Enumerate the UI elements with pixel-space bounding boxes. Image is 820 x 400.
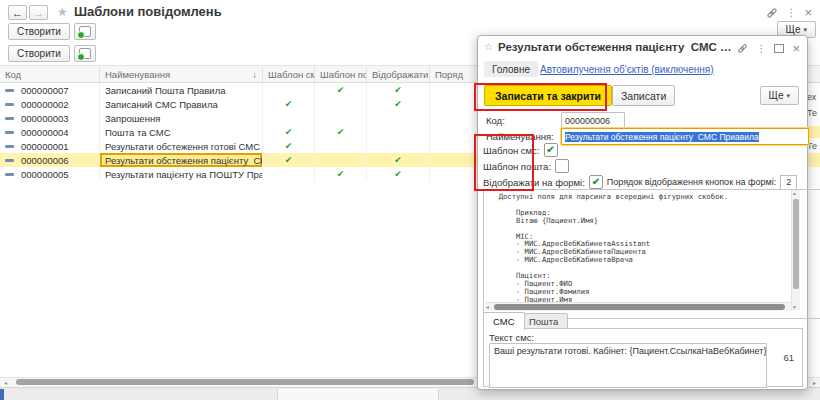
maximize-icon[interactable] xyxy=(774,44,784,53)
selected-text: Результати обстеження пацієнту СМС Приав… xyxy=(565,132,759,142)
check-icon: ✔ xyxy=(263,139,315,153)
create-button-2[interactable]: Створити xyxy=(8,45,70,62)
window-menu-icon[interactable]: ⋮ xyxy=(786,8,796,18)
dialog-controls: ⋮ × xyxy=(737,42,800,55)
chevron-down-icon: ▾ xyxy=(786,92,790,100)
sms-template-label: Шаблон смс: xyxy=(483,145,540,156)
check-icon: ✔ xyxy=(263,125,315,139)
item-icon xyxy=(5,89,14,92)
check-icon: ✔ xyxy=(315,125,367,139)
char-count: 61 xyxy=(783,352,794,363)
name-field[interactable]: Результати обстеження пацієнту СМС Приав… xyxy=(561,128,809,145)
toolbar-row-1: Створити xyxy=(8,23,96,40)
name-label: Найменування: xyxy=(486,131,554,142)
code-field[interactable]: 000000006 xyxy=(561,112,625,129)
button-order-field[interactable]: 2 xyxy=(780,175,797,190)
check-icon: ✔ xyxy=(367,97,430,111)
col-header-name[interactable]: Найменування↓ xyxy=(100,66,263,82)
col-header-sms[interactable]: Шаблон смс xyxy=(263,66,315,82)
scroll-right-icon[interactable]: ▸ xyxy=(813,379,816,386)
show-on-form-row: Відображати на формі: ✔ Порядок відображ… xyxy=(483,175,803,189)
scroll-up-icon[interactable]: ▴ xyxy=(793,190,796,196)
create-group-icon xyxy=(79,26,91,37)
sms-template-row: Шаблон смс: ✔ xyxy=(483,143,558,157)
check-icon: ✔ xyxy=(315,83,367,97)
toolbar-row-2: Створити xyxy=(8,45,96,62)
create-group-icon xyxy=(79,48,91,59)
check-icon: ✔ xyxy=(367,167,430,181)
create-group-button[interactable] xyxy=(74,23,96,40)
status-segment xyxy=(277,389,439,400)
check-icon xyxy=(263,83,315,97)
item-icon xyxy=(5,145,14,148)
link-icon[interactable] xyxy=(766,7,778,19)
scrollbar-thumb[interactable] xyxy=(494,304,785,310)
link-icon[interactable] xyxy=(737,43,748,54)
col-header-code[interactable]: Код xyxy=(0,66,100,82)
tab-main[interactable]: Головне xyxy=(484,61,538,77)
button-order-label: Порядок відображення кнопок на формі: xyxy=(607,177,776,187)
dialog-star-icon[interactable]: ☆ xyxy=(484,41,493,52)
favorite-star-icon[interactable]: ★ xyxy=(57,5,68,19)
sort-desc-icon: ↓ xyxy=(252,69,257,80)
scroll-left-icon[interactable]: ◂ xyxy=(4,379,7,386)
sms-panel: Текст смс: Ваші результати готові. Кабін… xyxy=(483,328,803,387)
item-icon xyxy=(5,173,14,176)
tab-auto-exclusions-link[interactable]: Автовилучення об'єктів (виключення) xyxy=(540,64,714,75)
window-close-icon[interactable]: × xyxy=(804,6,812,19)
scrollbar-thumb[interactable] xyxy=(16,379,474,385)
dialog-close-icon[interactable]: × xyxy=(792,42,800,55)
check-icon: ✔ xyxy=(367,83,430,97)
create-button[interactable]: Створити xyxy=(8,23,70,40)
dialog-more-button[interactable]: Ще▾ xyxy=(760,86,799,105)
save-button[interactable]: Записати xyxy=(612,85,675,106)
chevron-down-icon: ▾ xyxy=(803,26,807,34)
template-dialog: ☆ Результати обстеження пацієнту СМС При… xyxy=(477,35,808,390)
col-header-mail[interactable]: Шаблон пошта xyxy=(315,66,367,82)
forward-button[interactable]: → xyxy=(29,5,48,20)
save-and-close-button[interactable]: Записати та закрити xyxy=(484,85,612,106)
parser-fields-textarea[interactable]: Доступні поля для парсинга всередині фіг… xyxy=(483,189,820,319)
check-icon: ✔ xyxy=(546,145,554,155)
scroll-left-icon[interactable]: ◂ xyxy=(486,304,489,310)
mail-template-row: Шаблон пошта: xyxy=(483,159,569,173)
create-group-button-2[interactable] xyxy=(74,45,96,62)
check-icon: ✔ xyxy=(315,167,367,181)
check-icon: ✔ xyxy=(263,97,315,111)
sms-text-field[interactable]: Ваші результати готові. Кабінет: {Пациен… xyxy=(489,343,767,388)
status-accent xyxy=(0,389,4,400)
item-icon xyxy=(5,131,14,134)
hint-horizontal-scrollbar[interactable]: ◂ xyxy=(485,302,791,311)
check-icon xyxy=(315,97,367,111)
back-button[interactable]: ← xyxy=(8,5,27,20)
mail-template-checkbox[interactable] xyxy=(555,159,569,173)
show-on-form-label: Відображати на формі: xyxy=(483,177,585,188)
col-header-order[interactable]: Поряд xyxy=(430,66,478,82)
check-icon: ✔ xyxy=(367,153,430,167)
item-icon xyxy=(5,103,14,106)
nav-buttons: ← → xyxy=(8,5,48,20)
show-on-form-checkbox[interactable]: ✔ xyxy=(589,175,603,189)
dialog-title: Результати обстеження пацієнту СМС Приав… xyxy=(498,41,736,53)
item-icon xyxy=(5,117,14,120)
edge-text-fragment: ех xyxy=(807,92,816,102)
scrollbar-thumb[interactable] xyxy=(793,199,799,289)
scroll-down-icon[interactable]: ▾ xyxy=(793,304,796,310)
col-header-show[interactable]: Відображати на формі xyxy=(367,66,430,82)
hint-vertical-scrollbar[interactable]: ▴ ▾ xyxy=(791,190,800,310)
sms-template-checkbox[interactable]: ✔ xyxy=(544,143,558,157)
check-icon: ✔ xyxy=(592,177,600,187)
edge-text-fragment: Те xyxy=(807,108,817,118)
check-icon: ✔ xyxy=(263,153,315,167)
sms-text-label: Текст смс: xyxy=(489,332,534,343)
item-icon xyxy=(5,159,14,162)
code-label: Код: xyxy=(486,115,505,126)
mail-template-label: Шаблон пошта: xyxy=(483,161,551,172)
window-controls: ⋮ × xyxy=(766,6,812,19)
dialog-menu-icon[interactable]: ⋮ xyxy=(756,44,766,54)
tab-sms[interactable]: СМС xyxy=(483,312,525,331)
page-title: Шаблони повідомлень xyxy=(74,4,222,19)
